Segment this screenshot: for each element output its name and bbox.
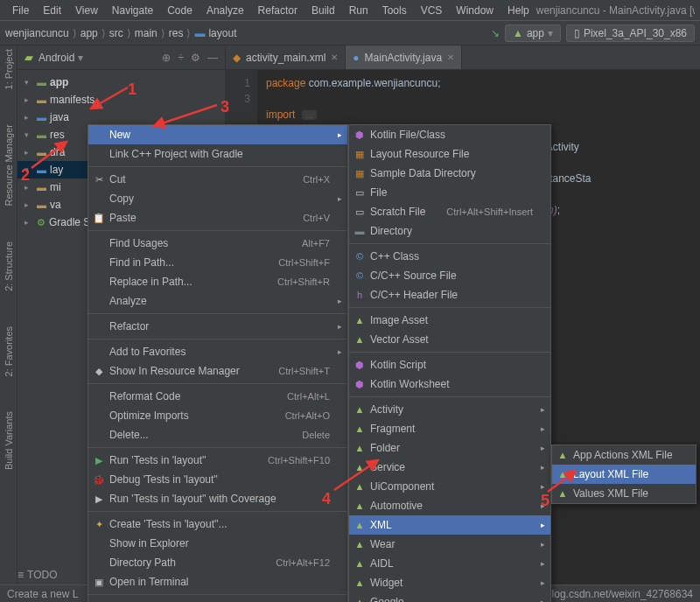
menu-navigate[interactable]: Navigate — [105, 2, 160, 19]
ctx-item[interactable]: Show in Explorer — [88, 534, 347, 553]
menu-refactor[interactable]: Refactor — [251, 2, 304, 19]
tab-mainactivity[interactable]: ●MainActivity.java✕ — [346, 46, 462, 69]
new-item[interactable]: ©C++ Class — [349, 247, 550, 266]
new-item[interactable]: ▲Folder▸ — [349, 438, 550, 458]
new-item[interactable]: ▲Vector Asset — [349, 330, 550, 349]
collapse-icon[interactable]: — — [207, 52, 218, 64]
ctx-item[interactable]: Local History▸ — [88, 598, 347, 602]
menu-file[interactable]: File — [5, 2, 36, 19]
ctx-item[interactable]: Link C++ Project with Gradle — [88, 144, 347, 164]
ctx-item[interactable]: ✦Create 'Tests in 'layout''... — [88, 514, 347, 534]
menu-edit[interactable]: Edit — [36, 2, 68, 19]
crumb[interactable]: layout — [208, 27, 236, 39]
new-item[interactable]: ▲XML▸ — [349, 515, 550, 535]
rail-resource-mgr[interactable]: Resource Manager — [4, 124, 14, 206]
sync-icon[interactable]: ↘ — [491, 27, 500, 39]
new-item[interactable]: ▦Sample Data Directory — [349, 164, 550, 183]
device-select[interactable]: ▯Pixel_3a_API_30_x86 — [566, 24, 695, 42]
rail-build-variants[interactable]: Build Variants — [4, 411, 14, 470]
breadcrumb: wenjiancuncu⟩ app⟩ src⟩ main⟩ res⟩ ▬ lay… — [5, 27, 236, 39]
gear-icon[interactable]: ⚙ — [191, 52, 200, 64]
new-item[interactable]: ⬢Kotlin Worksheet — [349, 374, 550, 394]
new-item[interactable]: ▲Automotive▸ — [349, 496, 550, 515]
new-item[interactable]: ⬢Kotlin File/Class — [349, 125, 550, 144]
android-icon: ▰ — [24, 51, 33, 64]
ctx-item[interactable]: ◆Show In Resource ManagerCtrl+Shift+T — [88, 361, 347, 381]
new-item[interactable]: ▲Service▸ — [349, 458, 550, 477]
ctx-item[interactable]: ✂CutCtrl+X — [88, 170, 347, 189]
annotation-1: 1 — [128, 80, 136, 99]
new-item[interactable]: ▲Wear▸ — [349, 535, 550, 554]
new-item[interactable]: ▲AIDL▸ — [349, 554, 550, 573]
rail-structure[interactable]: 2: Structure — [4, 242, 14, 291]
menu-build[interactable]: Build — [304, 2, 342, 19]
new-item[interactable]: ⬢Kotlin Script — [349, 355, 550, 374]
menu-code[interactable]: Code — [160, 2, 200, 19]
new-item[interactable]: ▲Activity▸ — [349, 400, 550, 419]
crumb[interactable]: wenjiancuncu — [5, 27, 69, 39]
crumb[interactable]: app — [80, 27, 98, 39]
target-icon[interactable]: ⊕ — [162, 52, 171, 64]
new-item[interactable]: ▭Scratch FileCtrl+Alt+Shift+Insert — [349, 202, 550, 221]
tab-activity-main[interactable]: ◆activity_main.xml✕ — [226, 46, 346, 69]
ctx-item[interactable]: Refactor▸ — [88, 317, 347, 336]
xml-submenu: ▲App Actions XML File▲Layout XML File▲Va… — [551, 444, 696, 504]
new-item[interactable]: hC/C++ Header File — [349, 285, 550, 304]
new-item[interactable]: ▲UiComponent▸ — [349, 477, 550, 496]
run-config[interactable]: ▲app▾ — [505, 24, 561, 42]
ctx-item[interactable]: Find UsagesAlt+F7 — [88, 234, 347, 253]
tree-manifests[interactable]: ▸▬manifests — [18, 91, 225, 108]
new-item[interactable]: ▬Directory — [349, 221, 550, 241]
close-icon[interactable]: ✕ — [331, 52, 338, 62]
xml-item[interactable]: ▲App Actions XML File — [552, 445, 696, 465]
ctx-item[interactable]: 🐞Debug 'Tests in 'layout'' — [88, 470, 347, 489]
new-item[interactable]: ▲Fragment▸ — [349, 419, 550, 438]
ctx-item[interactable]: Add to Favorites▸ — [88, 342, 347, 361]
tree-app[interactable]: ▾▬app — [18, 74, 225, 91]
annotation-4: 4 — [322, 490, 331, 508]
divider-icon[interactable]: ÷ — [178, 52, 184, 64]
xml-item[interactable]: ▲Values XML File — [552, 484, 696, 503]
ctx-item[interactable]: 📋PasteCtrl+V — [88, 208, 347, 228]
new-item[interactable]: ▦Layout Resource File — [349, 144, 550, 164]
new-item[interactable]: ▲Image Asset — [349, 311, 550, 330]
menubar: File Edit View Navigate Code Analyze Ref… — [0, 0, 700, 21]
ctx-item[interactable]: ▶Run 'Tests in 'layout'' with Coverage — [88, 489, 347, 508]
menu-run[interactable]: Run — [342, 2, 375, 19]
ctx-item[interactable]: ▣Open in Terminal — [88, 572, 347, 592]
new-item[interactable]: ▲Google▸ — [349, 592, 550, 602]
new-item[interactable]: ▭File — [349, 183, 550, 202]
annotation-5: 5 — [541, 492, 550, 510]
ctx-item[interactable]: Directory PathCtrl+Alt+F12 — [88, 553, 347, 572]
ctx-item[interactable]: Optimize ImportsCtrl+Alt+O — [88, 406, 347, 425]
menu-vcs[interactable]: VCS — [414, 2, 450, 19]
rail-project[interactable]: 1: Project — [4, 49, 14, 89]
menu-view[interactable]: View — [68, 2, 105, 19]
crumb[interactable]: res — [169, 27, 184, 39]
annotation-2: 2 — [21, 166, 30, 185]
ctx-item[interactable]: Delete...Delete — [88, 425, 347, 444]
close-icon[interactable]: ✕ — [447, 52, 454, 62]
ctx-item[interactable]: Copy▸ — [88, 189, 347, 208]
xml-item[interactable]: ▲Layout XML File — [552, 465, 696, 484]
rail-favorites[interactable]: 2: Favorites — [4, 326, 14, 376]
ctx-item[interactable]: Find in Path...Ctrl+Shift+F — [88, 253, 347, 272]
menu-window[interactable]: Window — [449, 2, 500, 19]
context-menu: New▸Link C++ Project with Gradle✂CutCtrl… — [88, 124, 348, 602]
ctx-item[interactable]: Analyze▸ — [88, 291, 347, 311]
ctx-item[interactable]: Reformat CodeCtrl+Alt+L — [88, 387, 347, 406]
menu-tools[interactable]: Tools — [375, 2, 414, 19]
new-item[interactable]: ©C/C++ Source File — [349, 266, 550, 285]
new-submenu: ⬢Kotlin File/Class▦Layout Resource File▦… — [348, 124, 551, 602]
new-item[interactable]: ▲Widget▸ — [349, 573, 550, 592]
todo-tab[interactable]: ≡ TODO — [18, 569, 57, 581]
menu-analyze[interactable]: Analyze — [200, 2, 251, 19]
crumb[interactable]: src — [109, 27, 123, 39]
ctx-item[interactable]: Replace in Path...Ctrl+Shift+R — [88, 272, 347, 291]
menu-help[interactable]: Help — [500, 2, 536, 19]
ctx-item[interactable]: ▶Run 'Tests in 'layout''Ctrl+Shift+F10 — [88, 451, 347, 470]
sidebar-scope[interactable]: Android — [38, 52, 74, 64]
crumb[interactable]: main — [135, 27, 158, 39]
ctx-item[interactable]: New▸ — [88, 125, 347, 144]
tree-java[interactable]: ▸▬java — [18, 108, 225, 126]
